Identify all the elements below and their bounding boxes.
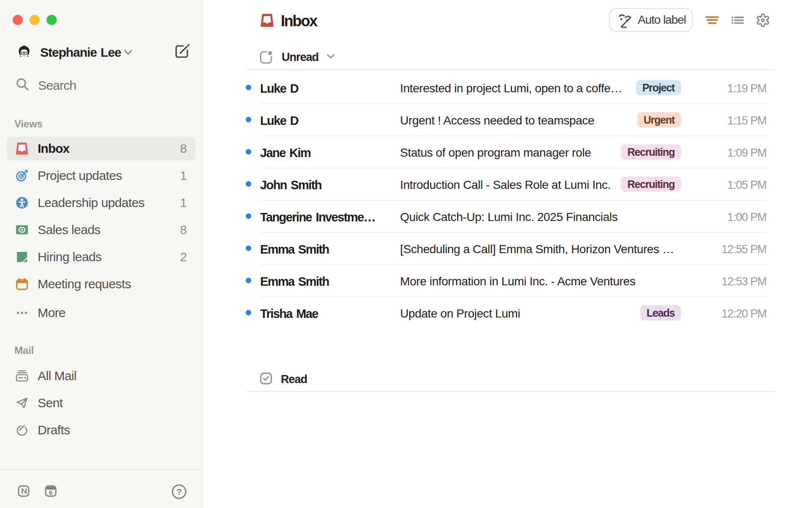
- svg-text:?: ?: [176, 487, 182, 497]
- svg-text:6: 6: [49, 489, 52, 496]
